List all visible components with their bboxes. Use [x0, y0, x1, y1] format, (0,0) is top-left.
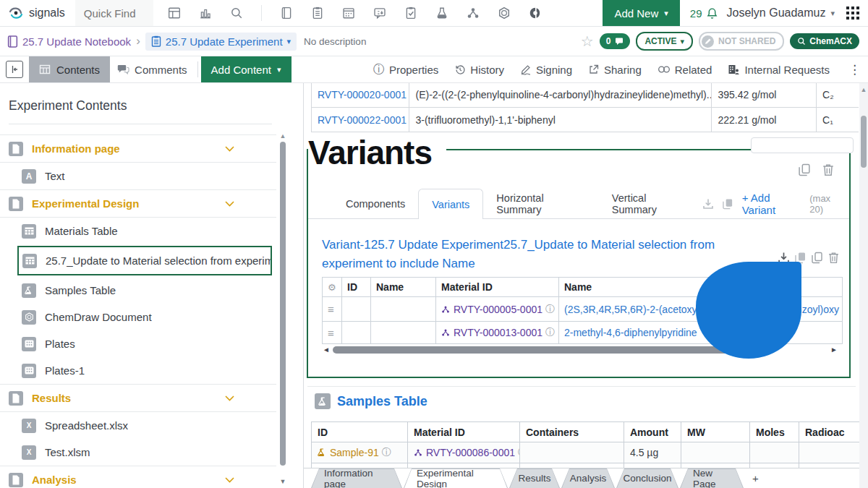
sharing-button[interactable]: Sharing [588, 64, 642, 76]
internal-requests-button[interactable]: Internal Requests [728, 64, 830, 76]
material-id-link[interactable]: RVTY-000005-0001 [454, 304, 542, 315]
collapse-panel-icon[interactable] [6, 61, 23, 78]
tab-components[interactable]: Components [333, 189, 418, 218]
quick-find-input[interactable] [75, 7, 150, 20]
notebook-icon[interactable] [280, 7, 293, 20]
sidebar-item-plates-1[interactable]: Plates-1 [0, 357, 276, 384]
scrollbar-thumb[interactable] [333, 346, 728, 354]
shared-badge[interactable]: NOT SHARED [699, 32, 784, 51]
materials-icon[interactable] [435, 7, 448, 20]
sample-id-cell[interactable]: Sample-91 ⓘ [312, 442, 408, 463]
page-tab-information-page[interactable]: Information page [311, 468, 402, 488]
app-launcher-icon[interactable] [846, 7, 859, 20]
scrollbar-thumb[interactable] [280, 142, 286, 466]
sidebar-item-materials-table[interactable]: Materials Table [0, 218, 276, 244]
material-id-cell[interactable]: RVTY-000005-0001 ⓘ [436, 297, 559, 321]
samples-table-header[interactable]: Samples Table [315, 393, 427, 409]
related-button[interactable]: Related [658, 64, 712, 76]
dashboard-icon[interactable] [168, 7, 181, 20]
add-page-button[interactable]: + [752, 472, 759, 484]
chemacx-button[interactable]: ChemACX [790, 33, 859, 49]
breadcrumb-notebook[interactable]: 25.7 Update Notebook [7, 35, 131, 48]
notifications[interactable]: 29 [690, 7, 718, 20]
page-tab-conclusion[interactable]: Conclusion [616, 468, 678, 488]
tab-variants[interactable]: Variants [418, 189, 483, 219]
sidebar-item-information-page[interactable]: Information page [0, 134, 276, 163]
page-tab-results[interactable]: Results [509, 468, 560, 488]
request-icon[interactable] [373, 7, 386, 20]
sidebar-item-spreadsheet-xlsx[interactable]: X Spreadsheet.xlsx [0, 412, 276, 439]
add-content-button[interactable]: Add Content ▾ [201, 56, 292, 82]
table-row[interactable]: RVTY-000020-0001 (E)-2-((2-(2-phenylquin… [311, 82, 859, 108]
info-icon[interactable]: ⓘ [545, 303, 555, 316]
variant-title-link[interactable]: Variant-125.7 Update Experiment25.7_Upda… [322, 236, 738, 273]
task-icon[interactable] [404, 7, 417, 20]
scroll-up-icon[interactable]: ▲ [859, 82, 868, 93]
download-icon[interactable] [702, 198, 714, 210]
chevron-down-icon[interactable] [225, 477, 234, 483]
quick-find-box[interactable] [75, 0, 153, 26]
material-id-link[interactable]: RVTY-000086-0001 [426, 447, 515, 458]
sidebar-item-text[interactable]: A Text [0, 163, 276, 189]
experiment-icon[interactable] [311, 7, 324, 20]
add-variant-button[interactable]: + Add Variant [742, 192, 801, 216]
vault-icon[interactable] [529, 7, 542, 20]
samples-table-title[interactable]: Samples Table [337, 394, 427, 409]
compounds-icon[interactable] [467, 7, 480, 20]
scroll-up-icon[interactable]: ▲ [279, 133, 286, 140]
add-new-button[interactable]: Add New ▾ [603, 0, 679, 26]
favorite-star-icon[interactable]: ☆ [581, 33, 594, 50]
comments-count-badge[interactable]: 0 [600, 33, 631, 49]
material-id-link[interactable]: RVTY-000022-0001 [311, 108, 409, 132]
table-row[interactable]: RVTY-000022-0001 3-(trifluoromethyl)-1,1… [311, 108, 859, 132]
copy-icon[interactable] [723, 198, 733, 210]
sidebar-item-analysis[interactable]: Analysis [0, 466, 276, 488]
analytics-icon[interactable] [199, 7, 212, 20]
page-tab-new-page[interactable]: New Page [680, 468, 744, 488]
sample-id-link[interactable]: Sample-91 [330, 447, 379, 458]
calendar-icon[interactable] [342, 7, 355, 20]
trash-icon[interactable] [822, 163, 834, 176]
more-options-icon[interactable]: ⋮ [848, 62, 861, 77]
sidebar-item-25-7-update-selected[interactable]: 25.7_Update to Material selection from e… [17, 246, 272, 275]
scroll-down-icon[interactable]: ▼ [279, 479, 286, 485]
signing-button[interactable]: Signing [520, 64, 572, 76]
sidebar-item-experimental-design[interactable]: Experimental Design [0, 189, 276, 218]
tab-comments[interactable]: Comments [110, 64, 195, 76]
sidebar-item-plates[interactable]: Plates [0, 330, 276, 357]
drag-handle-icon[interactable]: ≡ [323, 322, 342, 343]
status-badge[interactable]: ACTIVE ▾ [636, 32, 693, 51]
material-id-cell[interactable]: RVTY-000013-0001 ⓘ [436, 322, 559, 343]
tab-horizontal-summary[interactable]: Horizontal Summary [483, 189, 599, 218]
main-scrollbar[interactable]: ▲ [859, 82, 868, 488]
gear-icon[interactable]: ⚙ [323, 278, 342, 296]
table-row[interactable]: Sample-91 ⓘ RVTY-000086-0001 ⓘ 4.5 µg [312, 442, 859, 463]
material-id-link[interactable]: RVTY-000020-0001 [311, 82, 409, 107]
sidebar-item-results[interactable]: Results [0, 384, 276, 412]
chevron-down-icon[interactable] [225, 146, 234, 152]
sidebar-scrollbar[interactable]: ▲ ▼ [279, 133, 286, 485]
sidebar-item-test-xlsm[interactable]: X Test.xlsm [0, 439, 276, 466]
info-icon[interactable]: ⓘ [382, 446, 391, 459]
properties-button[interactable]: ⓘ Properties [373, 64, 438, 76]
chemdraw-icon[interactable] [498, 7, 511, 20]
chevron-down-icon[interactable] [225, 395, 234, 401]
sidebar-item-samples-table[interactable]: Samples Table [0, 277, 276, 304]
tab-vertical-summary[interactable]: Vertical Summary [599, 189, 702, 218]
scroll-left-icon[interactable]: ◄ [323, 346, 330, 354]
info-icon[interactable]: ⓘ [545, 326, 555, 339]
trash-icon[interactable] [828, 252, 839, 264]
page-tab-experimental-design[interactable]: Experimental Design [404, 468, 508, 488]
copy-icon[interactable] [799, 163, 811, 176]
tab-contents[interactable]: Contents [29, 56, 110, 82]
search-icon[interactable] [230, 7, 243, 20]
copy-icon[interactable] [812, 252, 823, 264]
sidebar-item-chemdraw-document[interactable]: ChemDraw Document [0, 304, 276, 330]
drag-handle-icon[interactable]: ≡ [323, 297, 342, 321]
chevron-down-icon[interactable] [225, 201, 234, 207]
scrollbar-thumb[interactable] [861, 116, 867, 168]
page-tab-analysis[interactable]: Analysis [561, 468, 615, 488]
material-id-link[interactable]: RVTY-000013-0001 [454, 327, 542, 338]
user-menu[interactable]: Joselyn Guadamuz ▾ [727, 7, 835, 20]
material-id-cell[interactable]: RVTY-000086-0001 ⓘ [408, 442, 520, 463]
